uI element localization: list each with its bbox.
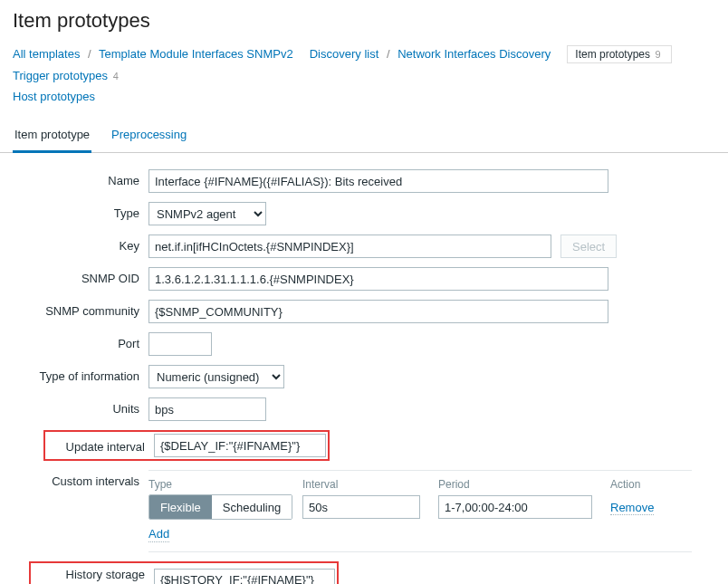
key-input[interactable] — [148, 235, 551, 258]
ci-header-action: Action — [610, 478, 692, 491]
label-update-interval: Update interval — [47, 437, 154, 454]
ci-header-type: Type — [148, 478, 302, 491]
divider — [148, 470, 692, 471]
ci-header: Type Interval Period Action — [148, 474, 692, 494]
form: Name Type SNMPv2 agent Key Select SNMP O… — [0, 153, 728, 584]
update-interval-input[interactable] — [154, 434, 326, 457]
units-input[interactable] — [148, 397, 266, 421]
ci-type-scheduling[interactable]: Scheduling — [212, 495, 292, 519]
ci-remove-link[interactable]: Remove — [610, 501, 654, 515]
ci-interval-input[interactable] — [302, 495, 420, 519]
breadcrumb-current-label: Item prototypes — [575, 48, 650, 61]
label-name: Name — [13, 169, 148, 187]
ci-row: Flexible Scheduling Remove — [148, 494, 692, 520]
label-key: Key — [13, 235, 148, 253]
breadcrumb-discovery-list[interactable]: Discovery list — [310, 47, 379, 61]
type-select[interactable]: SNMPv2 agent — [148, 202, 266, 225]
label-snmp-oid: SNMP OID — [13, 267, 148, 285]
breadcrumb: All templates / Template Module Interfac… — [0, 40, 728, 114]
tab-preprocessing[interactable]: Preprocessing — [110, 119, 188, 153]
label-units: Units — [13, 397, 148, 416]
highlight-update-interval: Update interval — [43, 430, 330, 461]
ci-header-interval: Interval — [302, 478, 438, 491]
ci-type-segmented: Flexible Scheduling — [148, 494, 292, 520]
port-input[interactable] — [148, 332, 212, 356]
snmp-community-input[interactable] — [148, 300, 608, 323]
ci-header-period: Period — [438, 478, 610, 491]
history-input[interactable] — [154, 569, 335, 584]
ci-period-input[interactable] — [438, 495, 592, 519]
ci-type-flexible[interactable]: Flexible — [149, 495, 212, 519]
breadcrumb-sep: / — [83, 47, 96, 61]
select-button[interactable]: Select — [560, 235, 617, 258]
info-type-select[interactable]: Numeric (unsigned) — [148, 365, 284, 388]
snmp-oid-input[interactable] — [148, 267, 608, 291]
ci-add-link[interactable]: Add — [148, 527, 169, 542]
breadcrumb-trigger-prototypes[interactable]: Trigger prototypes — [13, 69, 108, 82]
breadcrumb-current-count: 9 — [653, 49, 660, 60]
breadcrumb-discovery-rule[interactable]: Network Interfaces Discovery — [398, 47, 551, 61]
breadcrumb-sep: / — [382, 47, 395, 61]
label-port: Port — [13, 332, 148, 350]
breadcrumb-current: Item prototypes 9 — [567, 45, 672, 63]
tabs: Item prototype Preprocessing — [0, 118, 728, 153]
custom-intervals-table: Type Interval Period Action Flexible Sch… — [148, 470, 692, 552]
label-snmp-community: SNMP community — [13, 300, 148, 318]
name-input[interactable] — [148, 169, 608, 193]
breadcrumb-all-templates[interactable]: All templates — [13, 47, 80, 61]
divider — [148, 551, 692, 552]
trigger-prototypes-count: 4 — [111, 71, 119, 81]
label-history: History storage period — [33, 565, 154, 584]
breadcrumb-template[interactable]: Template Module Interfaces SNMPv2 — [99, 47, 293, 61]
label-custom-intervals: Custom intervals — [13, 470, 148, 488]
page-title: Item prototypes — [0, 0, 728, 40]
highlight-history: History storage period — [29, 561, 339, 584]
label-type: Type — [13, 202, 148, 220]
label-info-type: Type of information — [13, 365, 148, 383]
tab-item-prototype[interactable]: Item prototype — [13, 119, 91, 153]
breadcrumb-host-prototypes[interactable]: Host prototypes — [13, 90, 95, 103]
